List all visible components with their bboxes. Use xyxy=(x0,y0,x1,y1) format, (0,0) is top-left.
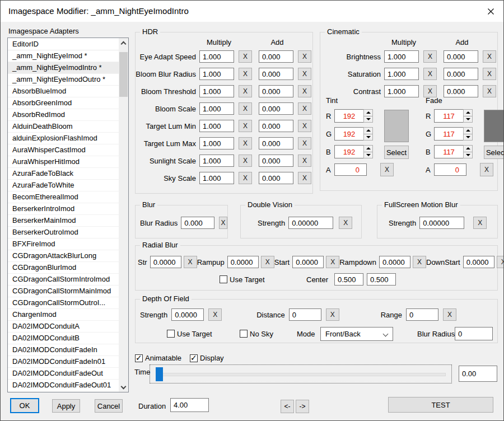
close-button[interactable] xyxy=(478,1,503,22)
tint-g-input[interactable] xyxy=(334,127,363,141)
time-value-input[interactable] xyxy=(459,366,497,382)
radial-blur-field-input[interactable] xyxy=(150,256,181,268)
hdr-add-clear-button[interactable]: X xyxy=(298,137,311,149)
fullscreen-motion-blur-strength-input[interactable] xyxy=(419,217,464,229)
list-item[interactable]: AuraWhisperCastImod xyxy=(8,144,119,156)
spin-down-button[interactable] xyxy=(363,116,373,123)
test-button[interactable]: TEST xyxy=(388,397,493,413)
time-slider-thumb[interactable] xyxy=(156,367,163,381)
cinematic-add-input[interactable] xyxy=(444,68,478,80)
dof-distance-clear-button[interactable]: X xyxy=(326,308,339,321)
fade-select-button[interactable]: Select xyxy=(484,146,504,159)
spin-down-button[interactable] xyxy=(363,134,373,141)
hdr-multiply-input[interactable] xyxy=(199,120,234,132)
list-item[interactable]: BecomEtherealImod xyxy=(8,191,119,203)
cinematic-multiply-clear-button[interactable]: X xyxy=(423,85,437,97)
spin-down-button[interactable] xyxy=(463,134,473,141)
fade-a-input[interactable] xyxy=(434,163,466,176)
hdr-add-clear-button[interactable]: X xyxy=(298,85,311,97)
hdr-add-input[interactable] xyxy=(259,85,293,97)
list-item[interactable]: AlduinDeathBloom xyxy=(8,121,119,133)
hdr-add-clear-button[interactable]: X xyxy=(298,155,311,167)
double-vision-strength-input[interactable] xyxy=(288,217,333,229)
list-item[interactable]: DA02IMODConduitB xyxy=(8,333,119,344)
spin-down-button[interactable] xyxy=(463,152,473,159)
radial-blur-field-input[interactable] xyxy=(292,256,324,268)
blur-radius-clear-button[interactable]: X xyxy=(219,217,227,229)
list-item[interactable]: BerserkerOutroImod xyxy=(8,227,119,238)
hdr-multiply-clear-button[interactable]: X xyxy=(239,120,252,132)
blur-radius-input[interactable] xyxy=(181,217,214,229)
double-vision-clear-button[interactable]: X xyxy=(339,217,352,229)
hdr-multiply-input[interactable] xyxy=(199,85,234,97)
hdr-add-clear-button[interactable]: X xyxy=(298,120,311,132)
cinematic-multiply-clear-button[interactable]: X xyxy=(423,50,437,63)
list-item[interactable]: DA02IMODConduitFadeOut xyxy=(8,368,119,380)
cinematic-multiply-clear-button[interactable]: X xyxy=(423,68,437,80)
tint-a-input[interactable] xyxy=(334,163,367,176)
scrollbar-thumb[interactable] xyxy=(119,52,128,97)
fade-b-input[interactable] xyxy=(434,145,463,158)
list-item[interactable]: alduinExplosionFlashImod xyxy=(8,133,119,144)
hdr-add-input[interactable] xyxy=(259,68,293,80)
scroll-down-button[interactable] xyxy=(119,382,128,392)
list-item[interactable]: AzuraFadeToWhite xyxy=(8,180,119,191)
hdr-multiply-input[interactable] xyxy=(199,137,234,149)
hdr-add-input[interactable] xyxy=(259,102,293,115)
list-item[interactable]: AbsorbGreenImod xyxy=(8,97,119,109)
hdr-multiply-input[interactable] xyxy=(199,172,234,184)
dof-no-sky-checkbox[interactable] xyxy=(240,330,248,338)
list-item[interactable]: AuraWhisperHitImod xyxy=(8,156,119,168)
spin-up-button[interactable] xyxy=(363,109,373,116)
hdr-add-input[interactable] xyxy=(259,50,293,63)
hdr-multiply-input[interactable] xyxy=(199,68,234,80)
adapters-listbox[interactable]: EditorID _amm_NightEyeImod * _amm_NightE… xyxy=(7,38,129,392)
spin-up-button[interactable] xyxy=(363,127,373,134)
list-item[interactable]: DA02IMODConduitFadeOut01 xyxy=(8,380,119,391)
radial-blur-clear-button[interactable]: X xyxy=(184,256,197,268)
cancel-button[interactable]: Cancel xyxy=(95,399,123,413)
radial-center-y-input[interactable] xyxy=(367,273,396,286)
next-button[interactable]: -> xyxy=(296,400,309,413)
list-item[interactable]: AzuraFadeToBlack xyxy=(8,168,119,180)
radial-blur-field-input[interactable] xyxy=(227,256,259,268)
cinematic-multiply-input[interactable] xyxy=(384,68,419,80)
hdr-add-input[interactable] xyxy=(259,172,293,184)
list-item[interactable]: ChargenImod xyxy=(8,309,119,321)
radial-blur-clear-button[interactable]: X xyxy=(497,256,504,268)
list-item[interactable]: BFXFireImod xyxy=(8,238,119,250)
list-item[interactable]: DA02IMODConduitA xyxy=(8,321,119,333)
dof-distance-input[interactable] xyxy=(289,308,321,321)
list-item[interactable]: AbsorbRedImod xyxy=(8,109,119,121)
time-slider[interactable] xyxy=(150,364,452,383)
list-item[interactable]: DA02IMODConduitFadeIn01 xyxy=(8,356,119,368)
apply-button[interactable]: Apply xyxy=(52,399,80,413)
hdr-add-input[interactable] xyxy=(259,137,293,149)
hdr-multiply-clear-button[interactable]: X xyxy=(239,50,252,63)
tint-a-clear-button[interactable]: X xyxy=(380,163,394,176)
scroll-up-button[interactable] xyxy=(119,38,128,48)
list-item[interactable]: DA02IMODConduitFadeIn xyxy=(8,344,119,356)
cinematic-multiply-input[interactable] xyxy=(384,85,419,97)
radial-blur-clear-button[interactable]: X xyxy=(261,256,274,268)
hdr-multiply-clear-button[interactable]: X xyxy=(239,155,252,167)
cinematic-add-clear-button[interactable]: X xyxy=(483,68,496,80)
list-item[interactable]: CGDragonAttackBlurLong xyxy=(8,250,119,262)
display-checkbox[interactable] xyxy=(190,354,198,362)
editorid-column-header[interactable]: EditorID xyxy=(8,38,119,50)
spin-down-button[interactable] xyxy=(463,116,473,123)
spin-up-button[interactable] xyxy=(463,127,473,134)
hdr-multiply-clear-button[interactable]: X xyxy=(239,85,252,97)
list-item[interactable]: BerserkerMainImod xyxy=(8,215,119,227)
hdr-add-clear-button[interactable]: X xyxy=(298,50,311,63)
dof-strength-input[interactable] xyxy=(171,308,204,321)
dof-mode-select[interactable]: Front/Back xyxy=(320,327,393,341)
list-item[interactable]: _amm_NightEyeImod * xyxy=(8,50,119,62)
hdr-multiply-input[interactable] xyxy=(199,50,234,63)
hdr-add-input[interactable] xyxy=(259,120,293,132)
animatable-checkbox[interactable] xyxy=(135,354,143,362)
hdr-multiply-clear-button[interactable]: X xyxy=(239,137,252,149)
list-item[interactable]: CGDragonCallStormOutroI... xyxy=(8,297,119,309)
time-slider-track[interactable] xyxy=(156,373,446,376)
prev-button[interactable]: <- xyxy=(281,400,294,413)
